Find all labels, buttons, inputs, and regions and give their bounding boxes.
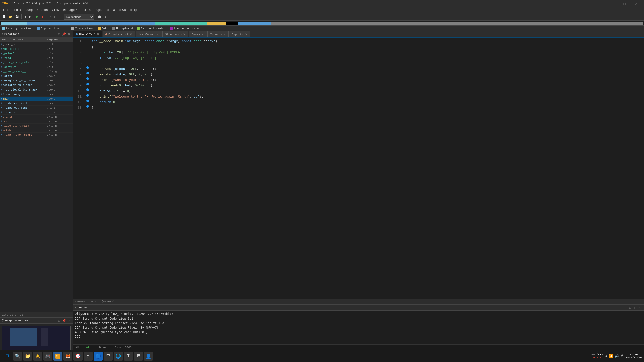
menu-options[interactable]: Options bbox=[94, 8, 111, 12]
func-row-8[interactable]: 𝑓deregister_tm_clones .text bbox=[0, 78, 73, 83]
menu-debugger[interactable]: Debugger bbox=[61, 8, 79, 12]
toolbar-step-out[interactable]: ↑ bbox=[57, 14, 61, 20]
debugger-select[interactable]: No debugger bbox=[64, 14, 94, 20]
taskbar-app1[interactable]: 🔔 bbox=[33, 352, 42, 361]
taskbar-search[interactable]: 🔍 bbox=[13, 352, 22, 361]
toolbar-open[interactable]: 📂 bbox=[8, 14, 14, 20]
tab-close-enums[interactable]: ✕ bbox=[201, 33, 204, 36]
tab-close-hex[interactable]: ✕ bbox=[156, 33, 159, 36]
output-content[interactable]: OllyDumpEx v1.82 by low_priority, IDA64 … bbox=[73, 311, 644, 344]
nav-seg-data[interactable] bbox=[207, 22, 226, 25]
taskbar-file-explorer[interactable]: 📁 bbox=[23, 352, 32, 361]
tab-exports[interactable]: Exports ✕ bbox=[229, 31, 250, 37]
toolbar-back[interactable]: ◀ bbox=[23, 14, 27, 20]
func-row-0[interactable]: 𝑓_init_proc .plt bbox=[0, 42, 73, 47]
func-row-19[interactable]: 𝑓setvbuf extern bbox=[0, 128, 73, 133]
menu-view[interactable]: View bbox=[50, 8, 61, 12]
taskbar-app10[interactable]: T bbox=[124, 352, 133, 361]
tab-enums[interactable]: Enums ✕ bbox=[189, 31, 207, 37]
toolbar-step-into[interactable]: ↓ bbox=[53, 14, 57, 20]
output-expand-btn[interactable]: ⬆ bbox=[633, 306, 637, 310]
tab-pseudocode-a[interactable]: Pseudocode-A ✕ bbox=[103, 31, 135, 37]
tab-close-exports[interactable]: ✕ bbox=[245, 33, 248, 36]
func-row-11[interactable]: 𝑓frame_dummy .text bbox=[0, 92, 73, 97]
nav-seg-text2[interactable] bbox=[238, 22, 271, 25]
nav-seg-lib[interactable] bbox=[155, 22, 206, 25]
func-row-14[interactable]: 𝑓__libc_csu_fini .fini bbox=[0, 106, 73, 110]
tab-close-pseudo[interactable]: ✕ bbox=[129, 33, 132, 36]
functions-pin-btn[interactable]: 📌 bbox=[61, 32, 67, 36]
toolbar-forward[interactable]: ▶ bbox=[28, 14, 32, 20]
taskbar-app11[interactable]: 🖥 bbox=[134, 352, 143, 361]
tab-hex-view[interactable]: Hex View-1 ✕ bbox=[136, 31, 162, 37]
output-close-btn[interactable]: ✕ bbox=[638, 306, 642, 310]
graph-pin-btn[interactable]: 📌 bbox=[61, 319, 67, 323]
menu-edit[interactable]: Edit bbox=[12, 8, 24, 12]
tray-chevron[interactable]: ▲ bbox=[605, 354, 607, 358]
toolbar-step-over[interactable]: ↷ bbox=[47, 14, 52, 20]
func-row-7[interactable]: 𝑓_start .text bbox=[0, 74, 73, 78]
func-row-16[interactable]: 𝑓printf extern bbox=[0, 115, 73, 119]
tray-volume[interactable]: 🔊 bbox=[615, 354, 619, 358]
stock-ticker[interactable]: USD/CNY -0.47% bbox=[591, 353, 603, 359]
func-row-12[interactable]: 𝑓main .text bbox=[0, 97, 73, 101]
graph-float-btn[interactable]: □ bbox=[58, 319, 61, 323]
clock[interactable]: 13:46 2023/11/20 bbox=[625, 353, 642, 359]
tab-close-imports[interactable]: ✕ bbox=[223, 33, 226, 36]
menu-file[interactable]: File bbox=[1, 8, 12, 12]
tab-structures[interactable]: Structures ✕ bbox=[162, 31, 188, 37]
menu-lumina[interactable]: Lumina bbox=[79, 8, 94, 12]
nav-seg-plt[interactable] bbox=[1, 22, 27, 25]
func-row-1[interactable]: 𝑓sub_4004E0 .plt bbox=[0, 47, 73, 51]
menu-windows[interactable]: Windows bbox=[111, 8, 128, 12]
func-row-17[interactable]: 𝑓read extern bbox=[0, 119, 73, 124]
func-row-6[interactable]: 𝑓__gmon_start__ .plt.go bbox=[0, 69, 73, 74]
taskbar-app7[interactable]: 🔵 bbox=[94, 352, 103, 361]
nav-seg-text[interactable] bbox=[27, 22, 155, 25]
func-row-3[interactable]: 𝑓_read .plt bbox=[0, 56, 73, 60]
functions-float-btn[interactable]: □ bbox=[58, 32, 61, 36]
taskbar-app5[interactable]: 🎯 bbox=[73, 352, 83, 361]
taskbar-app9[interactable]: 🌐 bbox=[114, 352, 123, 361]
toolbar-watch[interactable]: 👁 bbox=[103, 14, 108, 20]
tab-close-structures[interactable]: ✕ bbox=[183, 33, 186, 36]
func-row-9[interactable]: 𝑓register_tm_clones .text bbox=[0, 83, 73, 87]
tray-input-method[interactable]: 英 bbox=[620, 354, 623, 358]
taskbar-app8[interactable]: 🛡 bbox=[104, 352, 113, 361]
tray-network[interactable]: 📶 bbox=[609, 354, 613, 358]
taskbar-app3[interactable]: I bbox=[53, 352, 62, 361]
functions-close-btn[interactable]: ✕ bbox=[67, 32, 71, 36]
taskbar-app12[interactable]: 👤 bbox=[144, 352, 153, 361]
minimize-button[interactable]: ─ bbox=[607, 0, 619, 7]
func-row-18[interactable]: 𝑓_libc_start_main extern bbox=[0, 124, 73, 128]
bp-dot-8 bbox=[86, 77, 89, 80]
graph-close-btn[interactable]: ✕ bbox=[67, 319, 71, 323]
nav-seg-unexplored[interactable] bbox=[271, 22, 643, 25]
taskbar-app6[interactable]: ⚙ bbox=[84, 352, 93, 361]
taskbar-app4[interactable]: 🦊 bbox=[63, 352, 72, 361]
func-row-15[interactable]: 𝑓_term_proc .fini bbox=[0, 110, 73, 115]
menu-jump[interactable]: Jump bbox=[24, 8, 35, 12]
toolbar-save[interactable]: 💾 bbox=[14, 14, 20, 20]
toolbar-stop[interactable]: ■ bbox=[40, 14, 45, 20]
taskbar-app2[interactable]: 🎮 bbox=[43, 352, 52, 361]
toolbar-breakpoint[interactable]: ⬤ bbox=[97, 14, 102, 20]
func-row-20[interactable]: 𝑓__imp___gmon_start__ extern bbox=[0, 133, 73, 137]
func-row-10[interactable]: 𝑓__do_global_dtors_aux .text bbox=[0, 87, 73, 92]
func-row-4[interactable]: 𝑓_libc_start_main .plt bbox=[0, 60, 73, 65]
start-button[interactable]: ⊞ bbox=[2, 351, 12, 361]
func-row-13[interactable]: 𝑓__libc_csu_init .text bbox=[0, 101, 73, 106]
maximize-button[interactable]: □ bbox=[619, 0, 630, 7]
toolbar-new[interactable]: 📄 bbox=[1, 14, 7, 20]
output-float-btn[interactable]: □ bbox=[629, 306, 632, 310]
code-view[interactable]: 1 int __cdecl main(int argc, const char … bbox=[73, 38, 644, 299]
menu-help[interactable]: Help bbox=[128, 8, 139, 12]
toolbar-run[interactable]: ▶ bbox=[35, 14, 40, 20]
tab-close-ida[interactable]: ✕ bbox=[96, 33, 99, 35]
tab-imports[interactable]: Imports ✕ bbox=[207, 31, 228, 37]
close-button[interactable]: ✕ bbox=[630, 0, 642, 7]
func-row-5[interactable]: 𝑓_setvbuf .plt bbox=[0, 65, 73, 69]
tab-ida-view-a[interactable]: IDA View-A ✕ bbox=[73, 31, 102, 37]
menu-search[interactable]: Search bbox=[35, 8, 50, 12]
func-row-2[interactable]: 𝑓_printf .plt bbox=[0, 51, 73, 56]
